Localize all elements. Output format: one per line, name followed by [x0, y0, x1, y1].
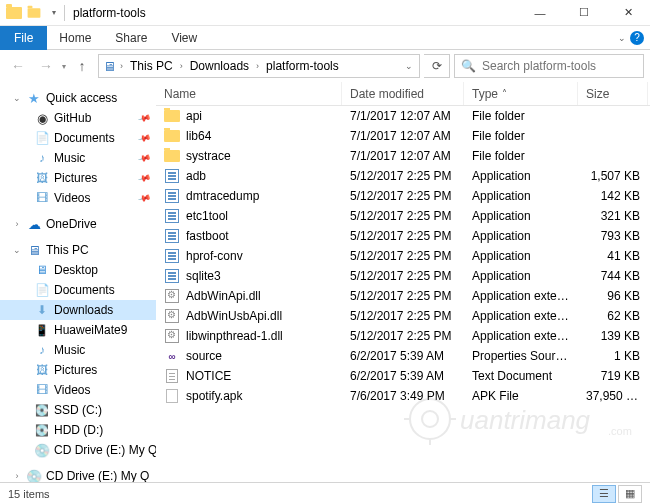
nav-item-hdd[interactable]: 💽HDD (D:): [0, 420, 156, 440]
minimize-button[interactable]: —: [518, 0, 562, 26]
file-row[interactable]: libwinpthread-1.dll5/12/2017 2:25 PMAppl…: [156, 326, 650, 346]
nav-item-documents[interactable]: 📄Documents: [0, 280, 156, 300]
breadcrumb[interactable]: 🖥 › This PC › Downloads › platform-tools…: [98, 54, 420, 78]
nav-item-pictures[interactable]: 🖼Pictures📌: [0, 168, 156, 188]
file-size: 744 KB: [578, 269, 648, 283]
crumb-current[interactable]: platform-tools: [263, 59, 342, 73]
refresh-button[interactable]: ⟳: [424, 54, 450, 78]
nav-quick-access[interactable]: ⌄ ★ Quick access: [0, 88, 156, 108]
nav-label: Pictures: [54, 171, 97, 185]
chevron-right-icon[interactable]: ›: [12, 471, 22, 481]
thumbnails-view-button[interactable]: ▦: [618, 485, 642, 503]
close-button[interactable]: ✕: [606, 0, 650, 26]
search-input[interactable]: [482, 59, 637, 73]
column-headers: Name Date modified Type Size: [156, 82, 650, 106]
file-row[interactable]: dmtracedump5/12/2017 2:25 PMApplication1…: [156, 186, 650, 206]
nav-item-downloads[interactable]: ⬇Downloads: [0, 300, 156, 320]
column-date[interactable]: Date modified: [342, 82, 464, 105]
ribbon-expand-icon[interactable]: ⌄: [618, 33, 626, 43]
pin-icon: 📌: [137, 151, 152, 165]
file-row[interactable]: ∞source6/2/2017 5:39 AMProperties Source…: [156, 346, 650, 366]
nav-item-ssd[interactable]: 💽SSD (C:): [0, 400, 156, 420]
file-row[interactable]: NOTICE6/2/2017 5:39 AMText Document719 K…: [156, 366, 650, 386]
nav-item-videos[interactable]: 🎞Videos: [0, 380, 156, 400]
file-row[interactable]: sqlite35/12/2017 2:25 PMApplication744 K…: [156, 266, 650, 286]
file-row[interactable]: AdbWinUsbApi.dll5/12/2017 2:25 PMApplica…: [156, 306, 650, 326]
nav-item-huawei[interactable]: 📱HuaweiMate9: [0, 320, 156, 340]
home-tab[interactable]: Home: [47, 26, 103, 50]
file-row[interactable]: adb5/12/2017 2:25 PMApplication1,507 KB: [156, 166, 650, 186]
file-date: 5/12/2017 2:25 PM: [342, 249, 464, 263]
nav-item-pictures[interactable]: 🖼Pictures: [0, 360, 156, 380]
file-name: fastboot: [186, 229, 229, 243]
file-date: 5/12/2017 2:25 PM: [342, 229, 464, 243]
column-name[interactable]: Name: [156, 82, 342, 105]
file-size: 142 KB: [578, 189, 648, 203]
file-row[interactable]: spotify.apk7/6/2017 3:49 PMAPK File37,95…: [156, 386, 650, 406]
star-icon: ★: [26, 90, 42, 106]
chevron-right-icon[interactable]: ›: [178, 61, 185, 71]
view-tab[interactable]: View: [159, 26, 209, 50]
nav-item-music[interactable]: ♪Music📌: [0, 148, 156, 168]
file-row[interactable]: etc1tool5/12/2017 2:25 PMApplication321 …: [156, 206, 650, 226]
chevron-right-icon[interactable]: ›: [12, 219, 22, 229]
nav-label: Documents: [54, 131, 115, 145]
back-button[interactable]: ←: [6, 54, 30, 78]
file-date: 7/6/2017 3:49 PM: [342, 389, 464, 403]
file-row[interactable]: hprof-conv5/12/2017 2:25 PMApplication41…: [156, 246, 650, 266]
file-date: 7/1/2017 12:07 AM: [342, 149, 464, 163]
nav-this-pc[interactable]: ⌄🖥This PC: [0, 240, 156, 260]
nav-item-cd-e[interactable]: 💿CD Drive (E:) My Q: [0, 440, 156, 460]
up-button[interactable]: ↑: [70, 54, 94, 78]
nav-item-github[interactable]: ◉GitHub📌: [0, 108, 156, 128]
crumb-this-pc[interactable]: This PC: [127, 59, 176, 73]
nav-cd-drive[interactable]: ›💿CD Drive (E:) My Q: [0, 466, 156, 482]
drive-icon: 💽: [34, 422, 50, 438]
maximize-button[interactable]: ☐: [562, 0, 606, 26]
file-name: lib64: [186, 129, 211, 143]
qat-dropdown-icon[interactable]: ▾: [52, 8, 56, 17]
file-row[interactable]: systrace7/1/2017 12:07 AMFile folder: [156, 146, 650, 166]
nav-item-videos[interactable]: 🎞Videos📌: [0, 188, 156, 208]
nav-item-documents[interactable]: 📄Documents📌: [0, 128, 156, 148]
pin-icon: 📌: [137, 191, 152, 205]
history-dropdown-icon[interactable]: ▾: [62, 62, 66, 71]
file-date: 7/1/2017 12:07 AM: [342, 109, 464, 123]
folder-icon: [164, 108, 180, 124]
file-tab[interactable]: File: [0, 26, 47, 50]
forward-button[interactable]: →: [34, 54, 58, 78]
nav-item-desktop[interactable]: 🖥Desktop: [0, 260, 156, 280]
nav-item-music[interactable]: ♪Music: [0, 340, 156, 360]
nav-label: CD Drive (E:) My Q: [54, 443, 156, 457]
nav-onedrive[interactable]: ›☁OneDrive: [0, 214, 156, 234]
file-type: File folder: [464, 109, 578, 123]
music-icon: ♪: [34, 342, 50, 358]
qat-folder-icon[interactable]: [26, 5, 42, 21]
chevron-right-icon[interactable]: ›: [254, 61, 261, 71]
chevron-right-icon[interactable]: ›: [118, 61, 125, 71]
file-row[interactable]: lib647/1/2017 12:07 AMFile folder: [156, 126, 650, 146]
file-name: dmtracedump: [186, 189, 259, 203]
search-box[interactable]: 🔍: [454, 54, 644, 78]
file-size: 1,507 KB: [578, 169, 648, 183]
file-row[interactable]: AdbWinApi.dll5/12/2017 2:25 PMApplicatio…: [156, 286, 650, 306]
file-row[interactable]: api7/1/2017 12:07 AMFile folder: [156, 106, 650, 126]
nav-label: Videos: [54, 383, 90, 397]
source-icon: ∞: [164, 348, 180, 364]
documents-icon: 📄: [34, 282, 50, 298]
column-size[interactable]: Size: [578, 82, 648, 105]
chevron-down-icon[interactable]: ⌄: [12, 245, 22, 255]
github-icon: ◉: [34, 110, 50, 126]
share-tab[interactable]: Share: [103, 26, 159, 50]
file-size: 37,950 KB: [578, 389, 648, 403]
help-icon[interactable]: ?: [630, 31, 644, 45]
chevron-down-icon[interactable]: ⌄: [12, 93, 22, 103]
file-type: Application extens...: [464, 289, 578, 303]
breadcrumb-dropdown-icon[interactable]: ⌄: [403, 61, 415, 71]
file-row[interactable]: fastboot5/12/2017 2:25 PMApplication793 …: [156, 226, 650, 246]
column-type[interactable]: Type: [464, 82, 578, 105]
pictures-icon: 🖼: [34, 170, 50, 186]
crumb-downloads[interactable]: Downloads: [187, 59, 252, 73]
details-view-button[interactable]: ☰: [592, 485, 616, 503]
file-name: etc1tool: [186, 209, 228, 223]
